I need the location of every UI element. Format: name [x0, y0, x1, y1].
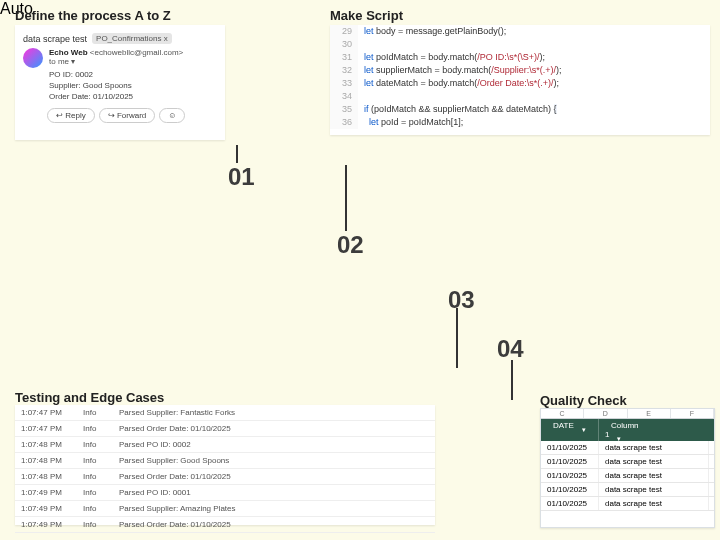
table-row[interactable]: 01/10/2025data scrape test: [541, 483, 714, 497]
log-row: 1:07:47 PMInfoParsed Order Date: 01/10/2…: [15, 421, 435, 437]
line-number: 36: [330, 116, 358, 129]
heading-process: Define the process A to Z: [15, 8, 171, 23]
sheet-column-letters: CDEF: [541, 409, 714, 419]
step-02: 02: [337, 231, 364, 259]
heading-script: Make Script: [330, 8, 403, 23]
code-line: let poId = poIdMatch[1];: [358, 116, 463, 129]
line-number: 30: [330, 38, 358, 51]
step-03: 03: [448, 286, 475, 314]
chevron-down-icon[interactable]: ▾: [576, 424, 592, 435]
table-row[interactable]: 01/10/2025data scrape test: [541, 497, 714, 511]
line-number: 34: [330, 90, 358, 103]
step-tick: [511, 360, 513, 400]
step-01: 01: [228, 163, 255, 191]
log-row: 1:07:49 PMInfoParsed Supplier: Amazing P…: [15, 501, 435, 517]
heading-testing: Testing and Edge Cases: [15, 390, 164, 405]
log-row: 1:07:48 PMInfoParsed Order Date: 01/10/2…: [15, 469, 435, 485]
log-row: 1:07:48 PMInfoParsed Supplier: Good Spoo…: [15, 453, 435, 469]
log-row: 1:07:49 PMInfoParsed PO ID: 0001: [15, 485, 435, 501]
react-button[interactable]: ☺: [159, 108, 185, 123]
code-line: if (poIdMatch && supplierMatch && dateMa…: [358, 103, 557, 116]
code-line: let poIdMatch = body.match(/PO ID:\s*(\S…: [358, 51, 545, 64]
code-line: let supplierMatch = body.match(/Supplier…: [358, 64, 561, 77]
table-row[interactable]: 01/10/2025data scrape test: [541, 455, 714, 469]
forward-button[interactable]: ↪ Forward: [99, 108, 156, 123]
sheet-panel: CDEF DATE▾ Column 1▾ 01/10/2025data scra…: [540, 408, 715, 528]
email-panel: data scrape test PO_Confirmations x Echo…: [15, 25, 225, 140]
log-panel: 1:07:47 PMInfoParsed Supplier: Fantastic…: [15, 405, 435, 525]
reply-button[interactable]: ↩ Reply: [47, 108, 95, 123]
log-row: 1:07:48 PMInfoParsed PO ID: 0002: [15, 437, 435, 453]
code-line: let dateMatch = body.match(/Order Date:\…: [358, 77, 559, 90]
email-sender: Echo Web <echowebllc@gmail.com> to me ▾: [49, 48, 183, 66]
line-number: 29: [330, 25, 358, 38]
chevron-down-icon[interactable]: ▾: [611, 433, 627, 444]
log-row: 1:07:49 PMInfoParsed Order Date: 01/10/2…: [15, 517, 435, 533]
email-body: PO ID: 0002 Supplier: Good Spoons Order …: [23, 68, 217, 108]
log-row: 1:07:47 PMInfoParsed Supplier: Fantastic…: [15, 405, 435, 421]
line-number: 31: [330, 51, 358, 64]
step-tick: [456, 308, 458, 368]
line-number: 35: [330, 103, 358, 116]
email-subject: data scrape test: [23, 34, 87, 44]
table-row[interactable]: 01/10/2025data scrape test: [541, 469, 714, 483]
code-line: [358, 38, 364, 51]
email-label-chip[interactable]: PO_Confirmations x: [92, 33, 172, 44]
line-number: 33: [330, 77, 358, 90]
heading-quality: Quality Check: [540, 393, 627, 408]
step-tick: [236, 145, 238, 163]
code-line: [358, 90, 364, 103]
step-tick: [345, 165, 347, 231]
line-number: 32: [330, 64, 358, 77]
sheet-header[interactable]: DATE▾ Column 1▾: [541, 419, 714, 441]
code-line: let body = message.getPlainBody();: [358, 25, 506, 38]
avatar: [23, 48, 43, 68]
table-row[interactable]: 01/10/2025data scrape test: [541, 441, 714, 455]
step-04: 04: [497, 335, 524, 363]
code-panel: 29let body = message.getPlainBody();3031…: [330, 25, 710, 135]
